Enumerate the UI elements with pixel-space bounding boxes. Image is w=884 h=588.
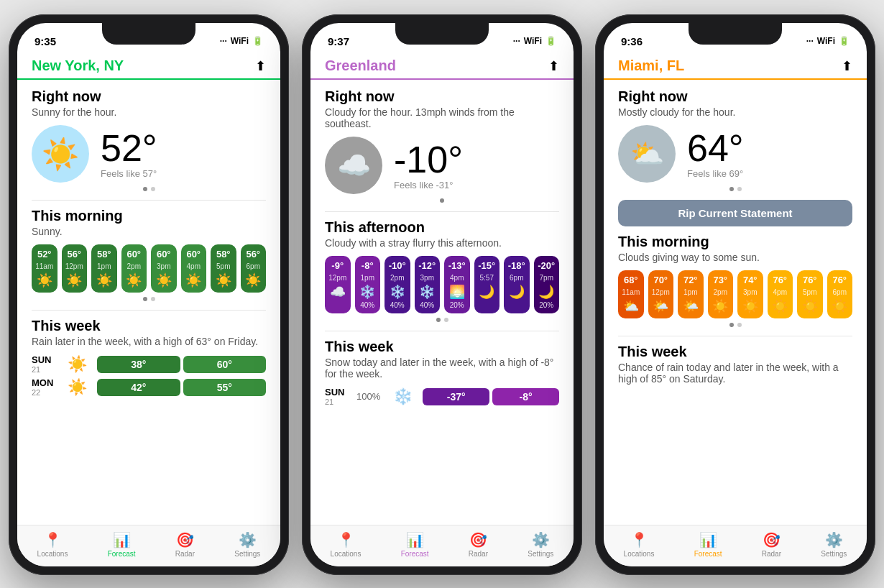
nav-locations-gl[interactable]: 📍 Locations: [331, 531, 362, 558]
week-date-0-gl: 21: [325, 398, 351, 406]
hour-card-3-gl: -12° 3pm ❄️ 40%: [415, 256, 441, 313]
location-name-ny: New York, NY: [32, 58, 124, 74]
week-bar-low-1-ny: 42°: [97, 379, 180, 396]
week-subtitle-ny: Rain later in the week, with a high of 6…: [32, 336, 266, 347]
hour-card-0-ny: 52° 11am ☀️: [32, 244, 57, 293]
dot-4-mi: [737, 323, 742, 327]
right-now-title-ny: Right now: [32, 88, 266, 105]
hourly-row-ny: 52° 11am ☀️ 56° 12pm ☀️ 58° 1pm ☀️: [32, 244, 266, 293]
hour-icon-1-ny: ☀️: [65, 272, 85, 288]
dot-4-ny: [151, 297, 155, 301]
battery-icon-mi: 🔋: [839, 36, 850, 46]
hour-temp-0-gl: -9°: [328, 260, 348, 271]
nav-forecast-mi[interactable]: 📊 Forecast: [694, 531, 722, 558]
nav-locations-icon-mi: 📍: [630, 531, 648, 548]
wifi-icon-ny: WiFi: [231, 36, 249, 46]
week-row-0-ny: SUN 21 ☀️ 38° 60°: [32, 354, 266, 374]
alert-banner-mi[interactable]: Rip Current Statement: [618, 200, 852, 226]
share-icon-gl[interactable]: ⬆: [548, 58, 559, 74]
hour-temp-5-gl: -15°: [477, 260, 497, 271]
week-bars-0-ny: 38° 60°: [97, 356, 266, 373]
feels-like-mi: Feels like 69°: [687, 168, 744, 179]
hour-icon-2-gl: ❄️: [387, 284, 408, 300]
right-now-title-mi: Right now: [618, 88, 852, 105]
hour-temp-4-mi: 74°: [740, 275, 760, 285]
dot-3-ny: [143, 297, 147, 301]
nav-forecast-gl[interactable]: 📊 Forecast: [401, 531, 429, 558]
screen-content-gl: Right now Cloudy for the hour. 13mph win…: [310, 80, 574, 525]
week-bar-low-0-gl: -37°: [423, 388, 489, 405]
dot-1-gl: [440, 198, 444, 203]
hour-card-6-ny: 58° 5pm ☀️: [211, 244, 236, 293]
hour-time-7-ny: 6pm: [244, 262, 264, 270]
nav-radar-ny[interactable]: 🎯 Radar: [175, 531, 195, 558]
hour-icon-0-gl: ☁️: [328, 284, 348, 300]
bottom-nav-gl: 📍 Locations 📊 Forecast 🎯 Radar ⚙️ Settin…: [310, 525, 574, 566]
morning-subtitle-ny: Sunny.: [32, 226, 266, 237]
hour-icon-7-mi: ☀️: [830, 298, 850, 314]
nav-radar-gl[interactable]: 🎯 Radar: [469, 531, 488, 558]
dot-2-ny: [151, 187, 155, 191]
nav-forecast-label-gl: Forecast: [401, 550, 429, 558]
nav-locations-label-mi: Locations: [624, 550, 655, 558]
hour-icon-3-gl: ❄️: [418, 284, 438, 300]
right-now-subtitle-ny: Sunny for the hour.: [32, 106, 266, 118]
dot-1-mi: [729, 187, 734, 191]
hour-temp-5-ny: 60°: [184, 249, 204, 259]
right-now-title-gl: Right now: [325, 88, 559, 105]
temp-main-mi: 64°: [687, 129, 744, 167]
nav-settings-gl[interactable]: ⚙️ Settings: [528, 531, 553, 558]
hour-time-5-mi: 4pm: [770, 288, 791, 296]
hour-card-7-ny: 56° 6pm ☀️: [241, 244, 267, 293]
hour-card-2-mi: 72° 1pm 🌤️: [678, 270, 704, 318]
nav-settings-icon-mi: ⚙️: [825, 531, 843, 548]
hour-time-6-ny: 5pm: [213, 262, 234, 270]
nav-settings-ny[interactable]: ⚙️ Settings: [234, 531, 260, 558]
nav-settings-label-mi: Settings: [821, 550, 847, 558]
hour-temp-0-mi: 68°: [621, 275, 641, 285]
nav-forecast-ny[interactable]: 📊 Forecast: [108, 531, 136, 558]
week-day-label-1-ny: MON: [32, 377, 57, 388]
signal-icon-gl: ···: [513, 36, 520, 46]
hour-card-5-gl: -15° 5:57 🌙: [474, 256, 500, 313]
wifi-icon-gl: WiFi: [524, 36, 542, 46]
nav-locations-ny[interactable]: 📍 Locations: [37, 531, 68, 558]
hour-card-1-gl: -8° 1pm ❄️ 40%: [355, 256, 381, 313]
week-day-info-0-gl: SUN 21: [325, 387, 351, 406]
hour-temp-1-gl: -8°: [358, 260, 378, 271]
signal-icon-mi: ···: [806, 36, 814, 46]
hour-time-2-gl: 2pm: [387, 274, 408, 282]
location-name-mi: Miami, FL: [618, 58, 684, 74]
nav-radar-mi[interactable]: 🎯 Radar: [762, 531, 781, 558]
nav-locations-label-ny: Locations: [37, 550, 68, 558]
week-day-label-0-gl: SUN: [325, 387, 351, 398]
week-subtitle-gl: Snow today and later in the week, with a…: [325, 357, 559, 380]
hour-icon-6-mi: ☀️: [800, 298, 820, 314]
hour-icon-0-mi: ⛅: [621, 298, 641, 314]
phone-miami: 9:36 ··· WiFi 🔋 Miami, FL ⬆ Right now Mo…: [595, 14, 875, 575]
hour-temp-3-ny: 60°: [124, 249, 144, 259]
hour-card-5-mi: 76° 4pm ☀️: [768, 270, 793, 318]
wifi-icon-mi: WiFi: [817, 36, 835, 46]
temp-main-gl: -10°: [394, 141, 463, 178]
current-weather-mi: ⛅ 64° Feels like 69°: [618, 125, 852, 183]
temp-display-ny: 52° Feels like 57°: [101, 129, 157, 179]
hour-icon-4-mi: ☀️: [740, 298, 760, 314]
morning-title-mi: This morning: [618, 234, 852, 250]
screen-content-mi: Right now Mostly cloudy for the hour. ⛅ …: [604, 80, 867, 525]
hour-temp-5-mi: 76°: [770, 275, 791, 285]
hourly-row-mi: 68° 11am ⛅ 70° 12pm 🌤️ 72° 1pm 🌤️: [618, 270, 852, 318]
nav-settings-mi[interactable]: ⚙️ Settings: [821, 531, 847, 558]
hour-temp-6-ny: 58°: [213, 249, 234, 259]
share-icon-ny[interactable]: ⬆: [255, 58, 266, 74]
hour-card-3-mi: 73° 2pm ☀️: [708, 270, 734, 318]
share-icon-mi[interactable]: ⬆: [842, 58, 852, 74]
screen-content-ny: Right now Sunny for the hour. ☀️ 52° Fee…: [17, 80, 280, 525]
hour-temp-4-ny: 60°: [154, 249, 174, 259]
week-row-0-gl: SUN 21 100% ❄️ -37° -8°: [325, 387, 559, 406]
nav-locations-mi[interactable]: 📍 Locations: [624, 531, 655, 558]
phone-new-york: 9:35 ··· WiFi 🔋 New York, NY ⬆ Right now…: [9, 14, 289, 575]
nav-radar-label-ny: Radar: [175, 550, 195, 558]
status-icons-mi: ··· WiFi 🔋: [806, 36, 850, 46]
nav-radar-icon-mi: 🎯: [763, 531, 781, 548]
